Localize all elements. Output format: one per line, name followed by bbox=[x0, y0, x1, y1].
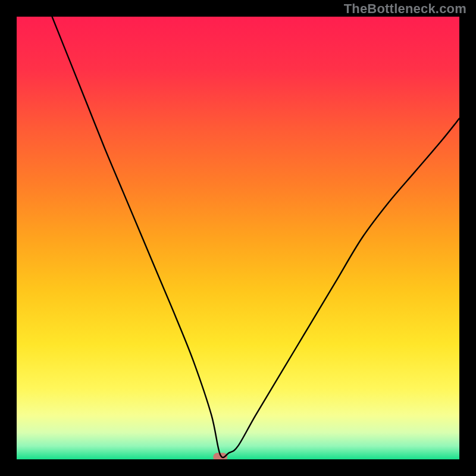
chart-frame: TheBottleneck.com bbox=[0, 0, 476, 476]
chart-background bbox=[17, 17, 459, 459]
chart-svg bbox=[17, 17, 459, 459]
watermark-text: TheBottleneck.com bbox=[344, 1, 466, 17]
plot-area bbox=[17, 17, 459, 459]
